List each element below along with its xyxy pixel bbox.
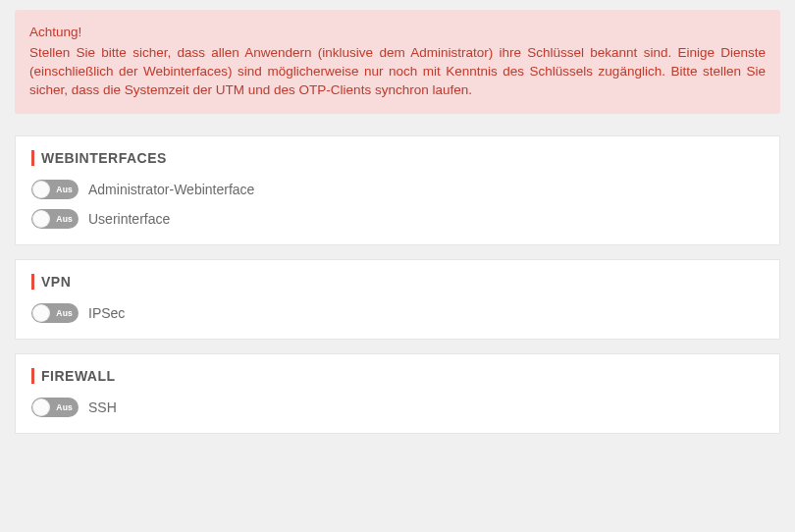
setting-row-ipsec: Aus IPSec: [31, 295, 764, 325]
panel-title-text: FIREWALL: [41, 368, 116, 384]
toggle-knob: [32, 399, 50, 416]
row-label: Administrator-Webinterface: [88, 182, 254, 197]
toggle-knob: [32, 304, 50, 322]
row-label: Userinterface: [88, 211, 170, 227]
row-label: IPSec: [88, 305, 125, 321]
panel-title-text: VPN: [41, 274, 71, 290]
panel-title-text: WEBINTERFACES: [41, 150, 167, 166]
panel-vpn: VPN Aus IPSec: [15, 259, 780, 340]
toggle-knob: [32, 181, 50, 198]
setting-row-ssh: Aus SSH: [31, 390, 764, 419]
panel-webinterfaces: WEBINTERFACES Aus Administrator-Webinter…: [15, 135, 780, 245]
panel-title: VPN: [31, 260, 764, 295]
page: Achtung! Stellen Sie bitte sicher, dass …: [0, 0, 795, 457]
warning-alert-title: Achtung!: [29, 24, 766, 42]
warning-alert-body: Stellen Sie bitte sicher, dass allen Anw…: [29, 44, 766, 100]
panel-title: WEBINTERFACES: [31, 136, 764, 172]
toggle-ssh[interactable]: Aus: [31, 398, 79, 417]
accent-bar-icon: [31, 368, 34, 384]
row-label: SSH: [88, 399, 117, 415]
toggle-userinterface[interactable]: Aus: [31, 209, 79, 229]
setting-row-admin-webinterface: Aus Administrator-Webinterface: [31, 172, 764, 201]
accent-bar-icon: [31, 274, 34, 290]
toggle-admin-webinterface[interactable]: Aus: [31, 180, 79, 199]
warning-alert: Achtung! Stellen Sie bitte sicher, dass …: [15, 10, 780, 114]
toggle-knob: [32, 210, 50, 228]
toggle-ipsec[interactable]: Aus: [31, 303, 79, 323]
accent-bar-icon: [31, 150, 34, 166]
panel-title: FIREWALL: [31, 354, 764, 390]
setting-row-userinterface: Aus Userinterface: [31, 201, 764, 231]
panel-firewall: FIREWALL Aus SSH: [15, 353, 780, 434]
